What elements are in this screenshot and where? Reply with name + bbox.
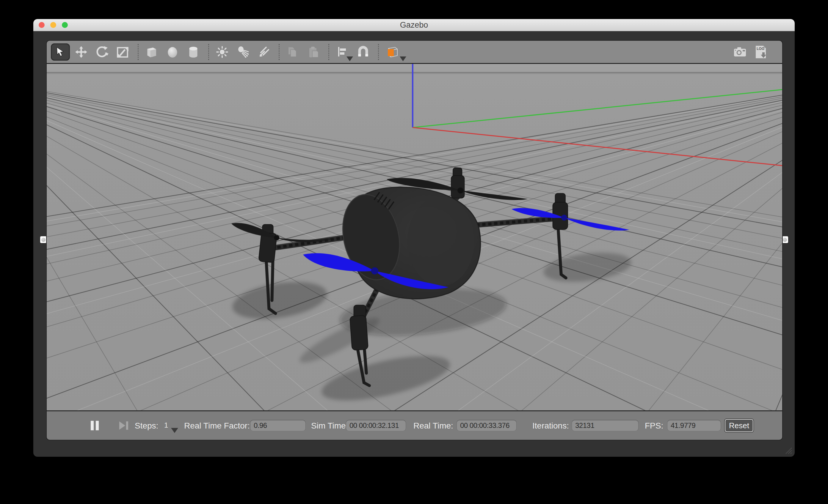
sphere-shape-icon (166, 45, 179, 59)
insert-box-button[interactable] (142, 43, 161, 61)
sim-time-field[interactable]: 00 00:00:32.131 (346, 420, 406, 431)
main-panel: LOG (47, 41, 782, 440)
toolbar-separator (208, 44, 209, 60)
point-light-button[interactable] (213, 43, 232, 61)
real-time-label: Real Time: (413, 420, 453, 431)
sim-time-label: Sim Time: (311, 420, 348, 431)
steps-label: Steps: (135, 420, 158, 431)
pause-button[interactable] (90, 420, 99, 431)
rotate-tool-button[interactable] (92, 43, 112, 61)
reset-button[interactable]: Reset (725, 419, 753, 432)
toolbar: LOG (47, 41, 782, 64)
fps-field[interactable]: 41.9779 (667, 420, 721, 431)
titlebar[interactable]: Gazebo (33, 19, 795, 31)
chevron-down-icon (346, 56, 353, 61)
box-shape-icon (145, 45, 159, 59)
align-button[interactable] (333, 43, 352, 61)
log-record-button[interactable]: LOG (751, 43, 770, 61)
right-panel-splitter-handle[interactable] (782, 236, 788, 243)
scale-tool-button[interactable] (113, 43, 132, 61)
insert-cylinder-button[interactable] (184, 43, 203, 61)
simulation-statusbar: Steps: 1 Real Time Factor: 0.96 Sim Time… (47, 410, 782, 440)
gazebo-window: Gazebo (33, 19, 795, 457)
steps-chevron-down-icon[interactable] (171, 428, 178, 433)
snap-magnet-icon (357, 45, 370, 58)
select-tool-button[interactable] (51, 43, 70, 61)
camera-icon (733, 45, 747, 59)
toolbar-separator (279, 44, 280, 60)
snap-button[interactable] (354, 43, 373, 61)
fps-label: FPS: (645, 420, 663, 431)
translate-tool-button[interactable] (72, 43, 91, 61)
desktop-background: Gazebo (0, 0, 828, 504)
select-arrow-icon (54, 45, 67, 58)
iterations-label: Iterations: (532, 420, 569, 431)
scale-icon (116, 45, 130, 59)
rtf-label: Real Time Factor: (184, 420, 250, 431)
log-file-icon: LOG (753, 45, 768, 59)
real-time-field[interactable]: 00 00:00:33.376 (457, 420, 516, 431)
view-angle-button[interactable] (382, 43, 402, 61)
spot-light-button[interactable] (234, 43, 252, 61)
steps-value[interactable]: 1 (164, 421, 168, 429)
splitter-dot-icon (41, 238, 45, 242)
insert-sphere-button[interactable] (163, 43, 182, 61)
paste-icon (307, 45, 320, 58)
toolbar-right-group: LOG (731, 43, 782, 61)
rotate-arrows-icon (95, 45, 109, 59)
toolbar-separator (138, 44, 138, 60)
rtf-field[interactable]: 0.96 (250, 420, 306, 431)
copy-button[interactable] (283, 43, 302, 61)
render-viewport-canvas[interactable] (47, 64, 782, 410)
iterations-field[interactable]: 32131 (572, 420, 638, 431)
cylinder-shape-icon (187, 45, 200, 59)
toolbar-separator (378, 44, 379, 60)
window-resize-grip[interactable] (785, 447, 792, 454)
chevron-down-icon (400, 56, 406, 61)
screenshot-button[interactable] (731, 43, 749, 61)
spot-light-icon (237, 45, 250, 58)
log-icon-label: LOG (757, 47, 764, 51)
window-title: Gazebo (33, 19, 795, 31)
view-angle-cube-icon (385, 45, 399, 59)
splitter-dot-icon (783, 238, 787, 242)
directional-light-icon (257, 45, 271, 58)
directional-light-button[interactable] (254, 43, 273, 61)
paste-button[interactable] (304, 43, 323, 61)
point-light-icon (216, 45, 229, 58)
toolbar-separator (328, 44, 329, 60)
move-arrows-icon (74, 45, 88, 59)
render-viewport[interactable] (47, 64, 782, 410)
step-button[interactable] (119, 420, 129, 431)
left-panel-splitter-handle[interactable] (40, 236, 47, 243)
copy-icon (286, 45, 299, 58)
